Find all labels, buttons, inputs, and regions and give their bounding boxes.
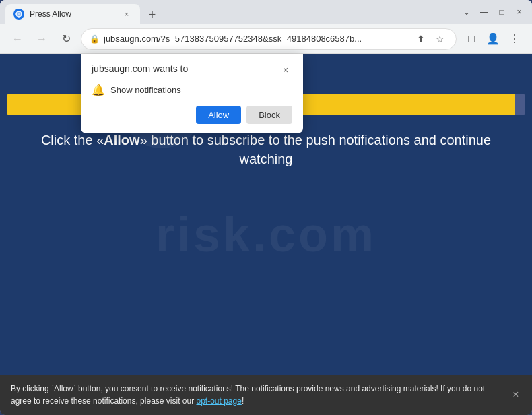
new-tab-button[interactable]: + <box>143 5 162 24</box>
allow-emphasis: Allow <box>104 133 139 148</box>
permission-popup: jubsaugn.com wants to × 🔔 Show notificat… <box>81 54 303 133</box>
bell-icon: 🔔 <box>92 84 105 96</box>
active-tab[interactable]: Press Allow × <box>5 4 140 24</box>
window-controls: ⌄ — □ × <box>459 5 527 20</box>
tab-title: Press Allow <box>30 9 116 19</box>
back-button[interactable]: ← <box>8 30 27 49</box>
watermark: risk.com <box>156 207 376 262</box>
main-message: Click the «Allow» button to subscribe to… <box>1 131 531 168</box>
opt-out-link[interactable]: opt-out page <box>196 396 241 406</box>
title-bar: Press Allow × + ⌄ — □ × <box>0 0 532 24</box>
chevron-down-icon[interactable]: ⌄ <box>459 5 474 20</box>
tab-favicon <box>13 9 24 20</box>
bookmark-icon[interactable]: ☆ <box>432 31 448 47</box>
main-message-text: Click the «Allow» button to subscribe to… <box>41 131 491 168</box>
main-message-line1: Click the «Allow» button to subscribe to… <box>41 133 491 148</box>
url-text: jubsaugn.com/?s=571383750957752348&ssk=4… <box>104 34 409 44</box>
lock-icon: 🔒 <box>90 34 100 44</box>
page-content: jubsaugn.com wants to × 🔔 Show notificat… <box>0 54 532 415</box>
maximize-button[interactable]: □ <box>494 5 509 20</box>
bottom-bar-text-after: ! <box>242 396 244 406</box>
notification-label: Show notifications <box>110 85 181 95</box>
address-bar: ← → ↻ 🔒 jubsaugn.com/?s=5713837509577523… <box>0 24 532 54</box>
share-icon[interactable]: ⬆ <box>413 31 429 47</box>
browser-frame: Press Allow × + ⌄ — □ × ← → ↻ 🔒 jubsaugn… <box>0 0 532 415</box>
toolbar-icons: □ 👤 ⋮ <box>462 30 524 49</box>
account-icon[interactable]: 👤 <box>484 30 502 49</box>
popup-close-button[interactable]: × <box>279 63 292 77</box>
popup-notification-row: 🔔 Show notifications <box>92 84 292 96</box>
popup-buttons: Allow Block <box>92 106 292 124</box>
forward-button[interactable]: → <box>32 30 51 49</box>
bottom-bar-close-button[interactable]: × <box>508 387 524 403</box>
url-actions: ⬆ ☆ <box>413 31 448 47</box>
bottom-notification-bar: By clicking `Allow` button, you consent … <box>0 375 532 415</box>
extensions-icon[interactable]: □ <box>462 30 481 49</box>
main-message-line2: watching <box>240 152 293 166</box>
close-button[interactable]: × <box>512 5 527 20</box>
popup-title: jubsaugn.com wants to <box>92 63 188 74</box>
refresh-button[interactable]: ↻ <box>57 30 75 49</box>
minimize-button[interactable]: — <box>477 5 492 20</box>
bottom-bar-text-before: By clicking `Allow` button, you consent … <box>11 384 485 406</box>
url-bar[interactable]: 🔒 jubsaugn.com/?s=571383750957752348&ssk… <box>81 28 457 50</box>
allow-button[interactable]: Allow <box>196 106 241 124</box>
popup-header: jubsaugn.com wants to × <box>92 63 292 77</box>
tab-close-button[interactable]: × <box>121 9 132 20</box>
block-button[interactable]: Block <box>246 106 292 124</box>
menu-icon[interactable]: ⋮ <box>505 30 524 49</box>
